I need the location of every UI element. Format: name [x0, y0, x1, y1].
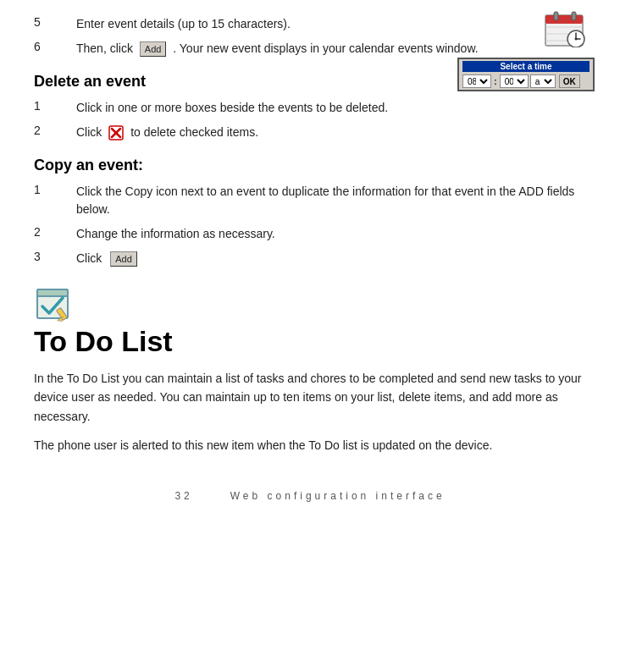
footer: 32 Web configuration interface: [0, 490, 620, 502]
copy-step-2-item: 2 Change the information as necessary.: [34, 225, 586, 243]
copy-section-heading: Copy an event:: [34, 157, 586, 174]
top-steps: 5 Enter event details (up to 15 characte…: [34, 15, 586, 58]
copy-step-3-item: 3 Click Add: [34, 250, 586, 267]
delete-step-2-text-after: to delete checked items.: [130, 125, 258, 139]
hour-select[interactable]: 08: [462, 74, 491, 88]
copy-step-3-text: Click Add: [76, 250, 137, 267]
ok-button[interactable]: OK: [559, 74, 580, 88]
select-time-controls: 08 : 00 am pm OK: [462, 74, 590, 88]
copy-step-2-text: Change the information as necessary.: [76, 225, 275, 243]
delete-step-2-number: 2: [34, 124, 76, 137]
step-6-text: Then, click Add . Your new event display…: [76, 40, 479, 58]
todo-para-1: In the To Do List you can maintain a lis…: [34, 369, 586, 426]
step-5-text: Enter event details (up to 15 characters…: [76, 15, 291, 33]
delete-step-1-number: 1: [34, 99, 76, 113]
todo-section: To Do List In the To Do List you can mai…: [34, 284, 586, 454]
time-colon: :: [494, 76, 497, 86]
footer-text: Web configuration interface: [230, 490, 446, 502]
ampm-select[interactable]: am pm: [530, 74, 556, 88]
add-button-inline-2[interactable]: Add: [110, 251, 137, 267]
svg-rect-5: [554, 12, 558, 20]
todo-checkmark-icon: [34, 284, 75, 322]
top-instruction-list: 5 Enter event details (up to 15 characte…: [34, 15, 586, 58]
todo-para-2: The phone user is alerted to this new it…: [34, 436, 586, 454]
svg-rect-1: [545, 15, 583, 24]
delete-step-2-text-before: Click: [76, 125, 102, 139]
copy-step-1-item: 1 Click the Copy icon next to an event t…: [34, 183, 586, 218]
svg-rect-6: [572, 12, 576, 20]
calendar-icon-container: [544, 8, 595, 52]
step-6-item: 6 Then, click Add . Your new event displ…: [34, 40, 586, 58]
step-5-item: 5 Enter event details (up to 15 characte…: [34, 15, 586, 33]
copy-step-1-number: 1: [34, 183, 76, 196]
x-delete-icon: [108, 125, 124, 140]
copy-step-1-text: Click the Copy icon next to an event to …: [76, 183, 586, 218]
page-container: Select a time 08 : 00 am pm OK 5 Enter e…: [0, 0, 620, 515]
delete-step-2-text: Click to delete checked items.: [76, 124, 258, 141]
footer-page-number: 32: [174, 490, 192, 502]
select-time-label: Select a time: [462, 61, 590, 72]
minute-select[interactable]: 00: [500, 74, 529, 88]
copy-instruction-list: 1 Click the Copy icon next to an event t…: [34, 183, 586, 267]
copy-step-3-number: 3: [34, 250, 76, 263]
copy-section: Copy an event: 1 Click the Copy icon nex…: [34, 157, 586, 267]
calendar-icon: [544, 8, 588, 47]
copy-step-3-text-before: Click: [76, 251, 102, 265]
step-6-text-before: Then, click: [76, 41, 133, 55]
step-5-number: 5: [34, 15, 76, 29]
copy-step-2-number: 2: [34, 225, 76, 239]
delete-step-2-item: 2 Click to delete checked items.: [34, 124, 586, 141]
select-time-widget: Select a time 08 : 00 am pm OK: [457, 58, 595, 91]
svg-rect-15: [37, 289, 68, 296]
step-6-text-after: . Your new event displays in your calend…: [173, 41, 478, 55]
delete-instruction-list: 1 Click in one or more boxes beside the …: [34, 99, 586, 141]
step-6-number: 6: [34, 40, 76, 53]
delete-step-1-text: Click in one or more boxes beside the ev…: [76, 99, 388, 117]
add-button-inline-1[interactable]: Add: [140, 41, 167, 57]
delete-step-1-item: 1 Click in one or more boxes beside the …: [34, 99, 586, 117]
todo-title: To Do List: [34, 324, 586, 359]
